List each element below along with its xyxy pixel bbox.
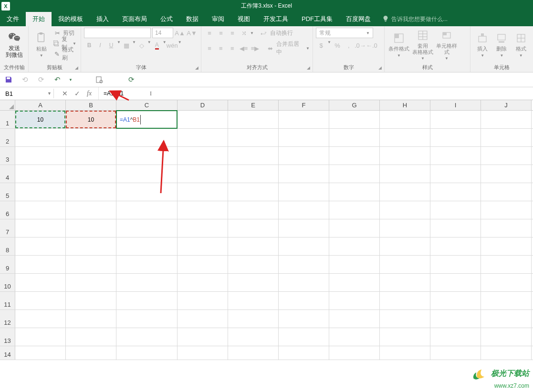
formula-input[interactable]: =A1^B1 I <box>99 87 533 100</box>
font-color-button[interactable]: A <box>152 40 162 51</box>
col-header-I[interactable]: I <box>430 100 481 110</box>
refresh-button[interactable]: ⟳ <box>127 75 136 84</box>
cell-A7[interactable] <box>15 219 66 237</box>
cell-I1[interactable] <box>430 111 481 128</box>
cell-H4[interactable] <box>380 165 430 183</box>
format-painter-button[interactable]: ✎格式刷 <box>52 49 78 59</box>
cell-G6[interactable] <box>329 201 380 219</box>
cell-F6[interactable] <box>279 201 329 219</box>
tab-view[interactable]: 视图 <box>231 12 257 26</box>
cell-A10[interactable] <box>15 274 66 291</box>
italic-button[interactable]: I <box>95 40 105 51</box>
row-header-1[interactable]: 1 <box>0 111 15 128</box>
cell-C12[interactable] <box>116 310 178 328</box>
col-header-F[interactable]: F <box>279 100 329 110</box>
cell-G10[interactable] <box>329 274 380 291</box>
cell-H13[interactable] <box>380 328 430 346</box>
cell-A2[interactable] <box>15 129 66 146</box>
decrease-font-icon[interactable]: A▼ <box>187 28 197 38</box>
name-box[interactable]: ▼ <box>1 89 54 98</box>
cell-J8[interactable] <box>481 237 532 255</box>
cell-E13[interactable] <box>228 328 279 346</box>
cell-A6[interactable] <box>15 201 66 219</box>
cell-J4[interactable] <box>481 165 532 183</box>
name-box-input[interactable] <box>5 90 43 97</box>
cell-E5[interactable] <box>228 183 279 201</box>
accounting-format-icon[interactable]: $ <box>316 40 326 51</box>
cell-C11[interactable] <box>116 292 178 309</box>
cell-J14[interactable] <box>481 346 532 360</box>
undo-button[interactable]: ↶ <box>52 75 62 84</box>
cell-B11[interactable] <box>66 292 116 309</box>
cell-D5[interactable] <box>178 183 228 201</box>
tab-file[interactable]: 文件 <box>0 12 26 26</box>
row-header-8[interactable]: 8 <box>0 237 15 255</box>
align-left-icon[interactable]: ≡ <box>204 43 215 53</box>
alignment-dialog-launcher[interactable]: ◢ <box>305 64 312 71</box>
row-header-12[interactable]: 12 <box>0 310 15 328</box>
cell-D7[interactable] <box>178 219 228 237</box>
comma-format-icon[interactable]: , <box>344 40 354 51</box>
cell-J5[interactable] <box>481 183 532 201</box>
cell-E12[interactable] <box>228 310 279 328</box>
cell-F7[interactable] <box>279 219 329 237</box>
clipboard-dialog-launcher[interactable]: ◢ <box>73 64 80 71</box>
cell-J13[interactable] <box>481 328 532 346</box>
cell-C1[interactable]: =A1^B1 <box>116 111 178 128</box>
cell-E8[interactable] <box>228 237 279 255</box>
enter-button[interactable]: ✓ <box>74 90 80 97</box>
cell-C13[interactable] <box>116 328 178 346</box>
cell-D6[interactable] <box>178 201 228 219</box>
cell-I11[interactable] <box>430 292 481 309</box>
cell-J6[interactable] <box>481 201 532 219</box>
tab-baidudisk[interactable]: 百度网盘 <box>339 12 377 26</box>
chevron-down-icon[interactable]: ▼ <box>47 91 52 96</box>
cell-E10[interactable] <box>228 274 279 291</box>
cancel-button[interactable]: ✕ <box>62 90 68 97</box>
font-name-combo[interactable] <box>84 28 151 38</box>
tab-data[interactable]: 数据 <box>179 12 205 26</box>
cell-G1[interactable] <box>329 111 380 128</box>
cell-G3[interactable] <box>329 147 380 165</box>
cell-B4[interactable] <box>66 165 116 183</box>
cell-A13[interactable] <box>15 328 66 346</box>
cell-G9[interactable] <box>329 256 380 273</box>
cell-I13[interactable] <box>430 328 481 346</box>
cell-I6[interactable] <box>430 201 481 219</box>
cell-D8[interactable] <box>178 237 228 255</box>
cell-H11[interactable] <box>380 292 430 309</box>
cell-D9[interactable] <box>178 256 228 273</box>
number-dialog-launcher[interactable]: ◢ <box>376 64 383 71</box>
cell-F13[interactable] <box>279 328 329 346</box>
phonetic-button[interactable]: wén <box>167 40 178 51</box>
cell-G4[interactable] <box>329 165 380 183</box>
cell-C3[interactable] <box>116 147 178 165</box>
send-to-wechat-button[interactable]: 发送到微信 <box>3 28 25 62</box>
col-header-B[interactable]: B <box>66 100 116 110</box>
col-header-H[interactable]: H <box>380 100 430 110</box>
cell-B10[interactable] <box>66 274 116 291</box>
cell-J9[interactable] <box>481 256 532 273</box>
tell-me-search[interactable]: 告诉我您想要做什么... <box>377 12 452 26</box>
decrease-indent-icon[interactable]: ◀≡ <box>239 43 249 53</box>
chevron-down-icon[interactable]: ▼ <box>69 78 73 82</box>
align-right-icon[interactable]: ≡ <box>227 43 238 53</box>
cell-H12[interactable] <box>380 310 430 328</box>
insert-cells-button[interactable]: 插入▼ <box>473 28 491 62</box>
cell-H10[interactable] <box>380 274 430 291</box>
cell-I2[interactable] <box>430 129 481 146</box>
cell-H8[interactable] <box>380 237 430 255</box>
cell-G5[interactable] <box>329 183 380 201</box>
col-header-J[interactable]: J <box>481 100 532 110</box>
cell-H6[interactable] <box>380 201 430 219</box>
cell-I12[interactable] <box>430 310 481 328</box>
cell-editor[interactable]: =A1^B1 <box>116 110 178 129</box>
cell-F5[interactable] <box>279 183 329 201</box>
cell-E2[interactable] <box>228 129 279 146</box>
cell-E11[interactable] <box>228 292 279 309</box>
cell-D12[interactable] <box>178 310 228 328</box>
bold-button[interactable]: B <box>84 40 94 51</box>
align-bottom-icon[interactable]: ≡ <box>227 28 238 38</box>
cell-F4[interactable] <box>279 165 329 183</box>
cell-G12[interactable] <box>329 310 380 328</box>
